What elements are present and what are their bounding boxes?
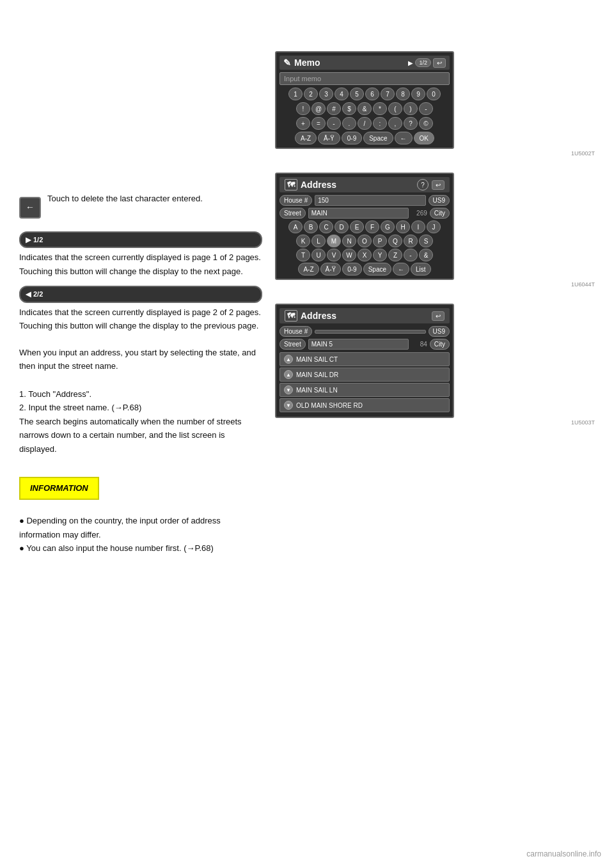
info-note-1: ● Depending on the country, the input or…: [19, 514, 262, 541]
addr-key-I[interactable]: I: [411, 221, 425, 233]
addr-key-H[interactable]: H: [396, 221, 410, 233]
key-comma[interactable]: ,: [388, 117, 402, 130]
key-slash[interactable]: /: [358, 117, 372, 130]
addr-key-X[interactable]: X: [358, 249, 372, 261]
key-backspace[interactable]: ←: [395, 132, 413, 144]
addr-key-G[interactable]: G: [381, 221, 395, 233]
memo-input-field[interactable]: Input memo: [279, 72, 450, 85]
key-space[interactable]: Space: [363, 132, 393, 144]
forward-nav-icon: ▶: [408, 59, 413, 66]
addr-key-back[interactable]: ←: [393, 263, 409, 275]
key-minus[interactable]: -: [327, 117, 341, 130]
addr-key-N[interactable]: N: [342, 235, 356, 247]
addr-key-E[interactable]: E: [350, 221, 364, 233]
addr-key-Y[interactable]: Y: [373, 249, 387, 261]
key-ok[interactable]: OK: [414, 132, 434, 144]
key-eq[interactable]: =: [311, 117, 326, 130]
key-4[interactable]: 4: [335, 88, 349, 100]
page-nav-btn[interactable]: 1/2: [415, 58, 431, 67]
key-plus[interactable]: +: [296, 117, 310, 130]
help-button[interactable]: ?: [417, 179, 429, 190]
addr-key-F[interactable]: F: [365, 221, 379, 233]
addr-key-J[interactable]: J: [427, 221, 441, 233]
addr-key-W[interactable]: W: [342, 249, 356, 261]
key-hash[interactable]: #: [327, 102, 341, 115]
addr-key-ampersand[interactable]: &: [419, 249, 433, 261]
key-dot[interactable]: .: [342, 117, 356, 130]
list-text-4: OLD MAIN SHORE RD: [296, 402, 363, 409]
indicator-1-2-desc: Indicates that the screen currently disp…: [19, 251, 262, 278]
house-number-btn[interactable]: House #: [279, 195, 312, 206]
address2-city-btn[interactable]: City: [430, 339, 450, 350]
key-az[interactable]: A-Z: [295, 132, 317, 144]
street-btn[interactable]: Street: [279, 208, 306, 219]
key-09[interactable]: 0-9: [342, 132, 362, 144]
key-3[interactable]: 3: [319, 88, 333, 100]
list-icon-4: ▼: [284, 401, 293, 410]
addr-key-T[interactable]: T: [296, 249, 310, 261]
key-0[interactable]: 0: [427, 88, 441, 100]
addr-key-C[interactable]: C: [319, 221, 333, 233]
key-copy[interactable]: ©: [419, 117, 433, 130]
address2-house-btn[interactable]: House #: [279, 326, 312, 337]
key-2[interactable]: 2: [304, 88, 318, 100]
key-8[interactable]: 8: [396, 88, 410, 100]
addr-key-list[interactable]: List: [411, 263, 431, 275]
key-ay[interactable]: Ā-Ÿ: [318, 132, 340, 144]
addr-key-ay[interactable]: Ā-Ÿ: [320, 263, 342, 275]
address2-street-btn[interactable]: Street: [279, 339, 306, 350]
addr-key-space[interactable]: Space: [363, 263, 391, 275]
address1-keyboard: A B C D E F G H I J K L: [279, 221, 450, 275]
addr-key-O[interactable]: O: [358, 235, 372, 247]
key-rparen[interactable]: ): [404, 102, 418, 115]
memo-back-btn[interactable]: ↩: [433, 58, 446, 68]
address2-header: 🗺 Address ↩: [279, 308, 450, 323]
list-item-4[interactable]: ▼ OLD MAIN SHORE RD: [279, 398, 450, 412]
addr-key-A[interactable]: A: [288, 221, 303, 233]
list-text-1: MAIN SAIL CT: [296, 356, 338, 363]
address2-back-btn[interactable]: ↩: [432, 311, 445, 321]
addr-key-U[interactable]: U: [311, 249, 326, 261]
addr-key-row2: K L M N O P Q R S: [279, 235, 450, 247]
address1-back-btn[interactable]: ↩: [432, 180, 445, 190]
key-dollar[interactable]: $: [342, 102, 356, 115]
addr-key-Q[interactable]: Q: [388, 235, 402, 247]
key-question[interactable]: ?: [404, 117, 418, 130]
memo-nav[interactable]: ▶ 1/2 ↩: [408, 58, 446, 68]
addr-key-09[interactable]: 0-9: [342, 263, 361, 275]
key-dash[interactable]: -: [419, 102, 433, 115]
key-7[interactable]: 7: [381, 88, 395, 100]
key-at[interactable]: @: [311, 102, 326, 115]
memo-input-placeholder: Input memo: [284, 75, 321, 82]
addr-key-P[interactable]: P: [373, 235, 387, 247]
keyboard-special-row2: + = - . / : , ? ©: [279, 117, 450, 130]
key-6[interactable]: 6: [365, 88, 379, 100]
back-button-example: ←: [19, 197, 41, 219]
list-item-1[interactable]: ▲ MAIN SAIL CT: [279, 352, 450, 366]
list-item-2[interactable]: ▲ MAIN SAIL DR: [279, 368, 450, 382]
key-amp[interactable]: &: [358, 102, 372, 115]
key-9[interactable]: 9: [411, 88, 425, 100]
list-item-3[interactable]: ▼ MAIN SAIL LN: [279, 383, 450, 397]
addr-key-D[interactable]: D: [335, 221, 349, 233]
key-exclaim[interactable]: !: [296, 102, 310, 115]
key-star[interactable]: *: [373, 102, 387, 115]
address2-us9-btn[interactable]: US9: [429, 326, 450, 337]
key-lparen[interactable]: (: [388, 102, 402, 115]
key-colon[interactable]: :: [373, 117, 387, 130]
key-5[interactable]: 5: [350, 88, 364, 100]
addr-key-V[interactable]: V: [327, 249, 341, 261]
key-1[interactable]: 1: [288, 88, 303, 100]
us9-btn-top[interactable]: US9: [429, 195, 450, 206]
addr-key-S[interactable]: S: [419, 235, 433, 247]
addr-key-K[interactable]: K: [296, 235, 310, 247]
city-btn[interactable]: City: [430, 208, 450, 219]
addr-key-M[interactable]: M: [327, 235, 341, 247]
addr-key-B[interactable]: B: [304, 221, 318, 233]
addr-key-L[interactable]: L: [311, 235, 326, 247]
addr-key-R[interactable]: R: [404, 235, 418, 247]
addr-key-Z[interactable]: Z: [388, 249, 402, 261]
list-icon-2: ▲: [284, 370, 293, 379]
addr-key-hyphen[interactable]: -: [404, 249, 418, 261]
addr-key-az[interactable]: A-Z: [298, 263, 319, 275]
